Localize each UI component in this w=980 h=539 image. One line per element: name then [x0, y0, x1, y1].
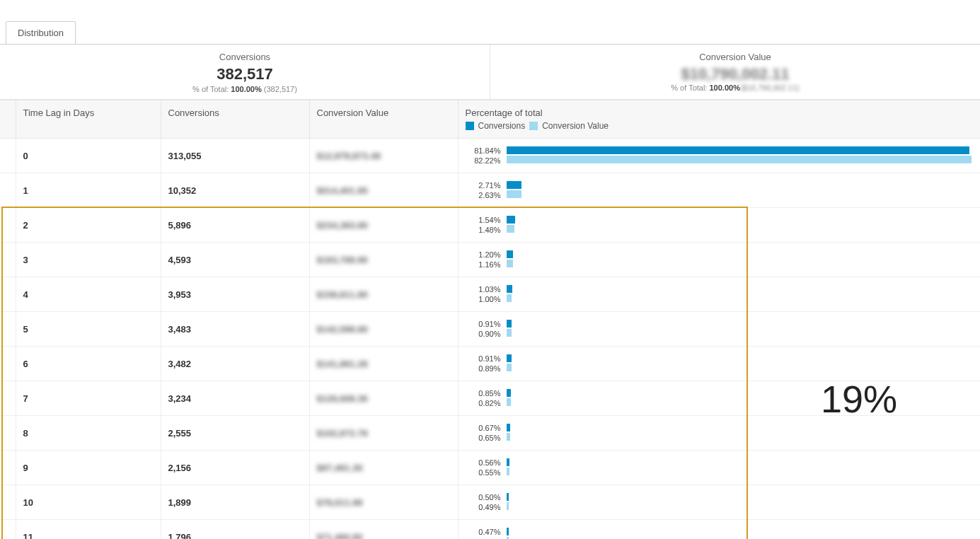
bar-conversions: [507, 528, 509, 535]
bar-conversions: [507, 354, 512, 362]
conversion-value-blurred: $234,383.80: [317, 220, 368, 231]
bar-conversion-value: [507, 364, 512, 371]
cell-time-lag: 11: [16, 520, 161, 540]
table-row: 34,593$183,789.901.20%1.16%: [0, 243, 980, 277]
legend-swatch-conversion-value: [529, 122, 538, 130]
cell-conversion-value: $87,481.30: [309, 451, 458, 485]
header-expand: [0, 100, 16, 139]
pct-labels: 0.91%0.89%: [466, 354, 501, 373]
header-conversions[interactable]: Conversions: [161, 100, 309, 139]
pct-labels: 81.84%82.22%: [466, 146, 501, 166]
pct-labels: 1.03%1.00%: [466, 284, 501, 304]
bar-conversion-value: [507, 468, 509, 475]
cell-conversion-value: $141,881.28: [309, 347, 458, 381]
cell-time-lag: 6: [16, 347, 161, 381]
cell-conversion-value: $142,598.80: [309, 312, 458, 347]
bars: [507, 146, 974, 165]
expand-cell: [0, 312, 16, 347]
expand-cell: [0, 485, 16, 520]
cell-percentage: 81.84%82.22%: [458, 139, 980, 173]
table-row: 53,483$142,598.800.91%0.90%: [0, 312, 980, 347]
summary-conversions-value: 382,517: [0, 65, 490, 83]
cell-conversion-value: $102,872.78: [309, 416, 458, 451]
cell-conversion-value: $78,011.98: [309, 485, 458, 520]
expand-cell: [0, 208, 16, 243]
cell-time-lag: 0: [16, 139, 161, 173]
legend-label-conversions: Conversions: [478, 121, 526, 131]
pct-labels: 0.91%0.90%: [466, 319, 501, 339]
summary-conversion-value-label: Conversion Value: [490, 52, 980, 62]
cell-conversion-value: $128,608.36: [309, 381, 458, 416]
bars: [507, 216, 974, 234]
cell-conversion-value: $71,480.80: [309, 520, 458, 540]
table-row: 92,156$87,481.300.56%0.55%: [0, 451, 980, 485]
bar-conversions: [507, 216, 515, 224]
bar-conversions: [507, 389, 512, 397]
legend-label-conversion-value: Conversion Value: [542, 121, 609, 131]
bar-conversion-value: [507, 433, 510, 441]
cell-conversions: 3,234: [161, 381, 309, 416]
bar-conversion-value: [507, 329, 512, 337]
cell-time-lag: 4: [16, 277, 161, 312]
bar-conversions: [507, 146, 969, 154]
cell-percentage: 0.56%0.55%: [458, 451, 980, 485]
cell-conversions: 313,055: [161, 139, 309, 173]
table-row: 101,899$78,011.980.50%0.49%: [0, 485, 980, 520]
table-row: 25,896$234,383.801.54%1.48%: [0, 208, 980, 243]
table-row: 111,796$71,480.800.47%0.45%: [0, 520, 980, 540]
cell-conversions: 3,482: [161, 347, 309, 381]
cell-conversions: 2,555: [161, 416, 309, 451]
cell-time-lag: 9: [16, 451, 161, 485]
cell-conversions: 3,483: [161, 312, 309, 347]
cell-conversion-value: $014,401.85: [309, 173, 458, 208]
header-time-lag[interactable]: Time Lag in Days: [16, 100, 161, 139]
expand-cell: [0, 520, 16, 540]
expand-cell: [0, 173, 16, 208]
conversion-value-blurred: $183,789.90: [317, 255, 368, 265]
conversion-value-blurred: $87,481.30: [317, 463, 363, 473]
summary-conversions-label: Conversions: [0, 52, 490, 62]
bars: [507, 285, 974, 303]
summary-conversion-value-value-blurred: $10,790,002.11: [681, 65, 790, 83]
summary-conversion-value: Conversion Value $10,790,002.11 % of Tot…: [490, 45, 980, 99]
cell-percentage: 0.91%0.89%: [458, 347, 980, 381]
annotation-19-percent: 19%: [821, 377, 897, 421]
conversion-value-blurred: $71,480.80: [317, 532, 363, 540]
expand-cell: [0, 243, 16, 277]
cell-time-lag: 3: [16, 243, 161, 277]
cell-conversions: 5,896: [161, 208, 309, 243]
cell-time-lag: 1: [16, 173, 161, 208]
table-row: 63,482$141,881.280.91%0.89%: [0, 347, 980, 381]
cell-percentage: 1.54%1.48%: [458, 208, 980, 243]
cell-conversions: 3,953: [161, 277, 309, 312]
cell-conversions: 1,796: [161, 520, 309, 540]
summary-row: Conversions 382,517 % of Total: 100.00% …: [0, 44, 980, 100]
cell-percentage: 2.71%2.63%: [458, 173, 980, 208]
bar-conversions: [507, 181, 522, 189]
bar-conversion-value: [507, 260, 513, 267]
bar-conversion-value: [507, 225, 515, 233]
cell-conversion-value: $12,979,873.48: [309, 139, 458, 173]
cell-percentage: 0.47%0.45%: [458, 520, 980, 540]
bar-conversions: [507, 424, 510, 431]
table-row: 43,953$158,811.801.03%1.00%: [0, 277, 980, 312]
summary-conversions: Conversions 382,517 % of Total: 100.00% …: [0, 45, 490, 99]
cell-percentage: 0.91%0.90%: [458, 312, 980, 347]
bar-conversion-value: [507, 156, 972, 163]
expand-cell: [0, 416, 16, 451]
bar-conversions: [507, 285, 512, 293]
bar-conversions: [507, 250, 514, 258]
cell-time-lag: 8: [16, 416, 161, 451]
cell-conversion-value: $183,789.90: [309, 243, 458, 277]
cell-conversions: 4,593: [161, 243, 309, 277]
header-conversion-value[interactable]: Conversion Value: [309, 100, 458, 139]
header-pct: Percentage of total Conversions Conversi…: [458, 100, 980, 139]
cell-conversions: 2,156: [161, 451, 309, 485]
tabs: Distribution: [6, 21, 980, 44]
bars: [507, 389, 974, 407]
summary-conversion-value-sub: % of Total: 100.00% ($10,790,002.11): [490, 83, 980, 92]
bars: [507, 320, 974, 338]
tab-distribution[interactable]: Distribution: [6, 21, 76, 44]
cell-time-lag: 2: [16, 208, 161, 243]
bar-conversion-value: [507, 398, 512, 406]
